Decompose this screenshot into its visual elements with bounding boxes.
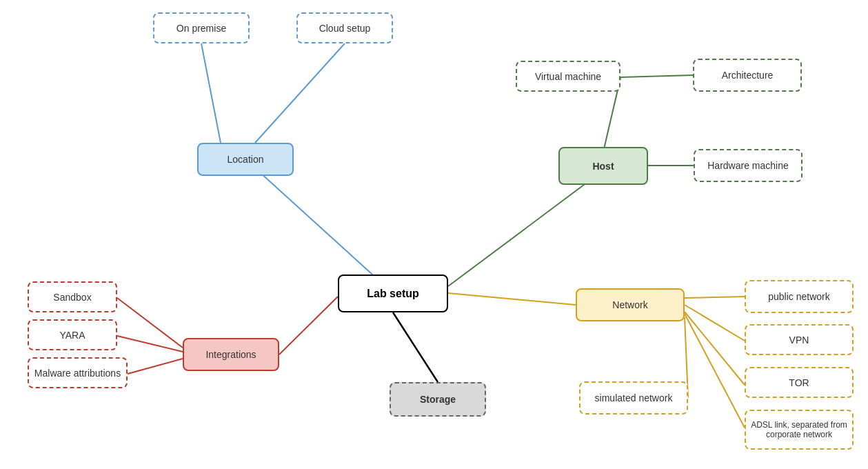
svg-line-15 xyxy=(117,336,183,352)
storage-node: Storage xyxy=(390,382,486,417)
lab-setup-node: Lab setup xyxy=(338,275,448,312)
yara-node: YARA xyxy=(28,319,117,350)
svg-line-16 xyxy=(128,359,183,374)
malware-node: Malware attributions xyxy=(28,357,128,388)
location-node: Location xyxy=(197,143,294,176)
sandbox-node: Sandbox xyxy=(28,281,117,312)
vpn-node: VPN xyxy=(745,324,854,355)
svg-line-3 xyxy=(448,170,603,286)
svg-line-5 xyxy=(620,75,693,77)
svg-line-11 xyxy=(685,314,745,428)
host-node: Host xyxy=(558,147,648,185)
virtual-machine-node: Virtual machine xyxy=(516,61,620,92)
svg-line-7 xyxy=(448,293,576,305)
tor-node: TOR xyxy=(745,367,854,398)
public-network-node: public network xyxy=(745,280,854,313)
svg-line-2 xyxy=(255,43,345,143)
cloud-setup-node: Cloud setup xyxy=(296,12,393,43)
network-node: Network xyxy=(576,288,685,321)
integrations-node: Integrations xyxy=(183,338,279,371)
svg-line-0 xyxy=(245,159,393,293)
svg-line-8 xyxy=(685,297,745,298)
on-premise-node: On premise xyxy=(153,12,250,43)
svg-line-1 xyxy=(201,43,221,143)
svg-line-13 xyxy=(279,297,338,355)
svg-line-14 xyxy=(117,298,183,348)
svg-line-17 xyxy=(393,312,438,382)
hardware-machine-node: Hardware machine xyxy=(694,149,803,182)
architecture-node: Architecture xyxy=(693,59,802,92)
adsl-node: ADSL link, separated from corporate netw… xyxy=(745,410,854,450)
simulated-network-node: simulated network xyxy=(579,381,688,415)
